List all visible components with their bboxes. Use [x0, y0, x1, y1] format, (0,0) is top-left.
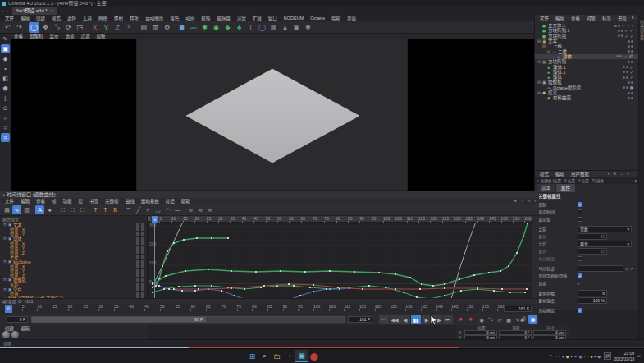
taskbar-clock[interactable]: 23:08 2023/10/18 [614, 351, 634, 362]
timeline-menu-标记[interactable]: 标记 [162, 198, 178, 204]
fcurve-ruler[interactable]: 0510152025303540455055606570758085909510… [148, 216, 532, 223]
menu-NODEUM[interactable]: NODEUM [281, 15, 307, 21]
menu-体积[interactable]: 体积 [111, 15, 126, 21]
notification-icon[interactable]: ▭ [637, 353, 641, 359]
tray-icon[interactable]: ◦ [559, 354, 560, 359]
start-button[interactable]: ⊞ [246, 350, 258, 362]
content-browser-tab[interactable]: 内容浏览器 [639, 20, 644, 40]
next-frame-button[interactable]: ▶ [422, 315, 432, 324]
am-search-icon[interactable]: 🔍 [612, 172, 618, 177]
render-view-icon[interactable]: ▤ [139, 22, 149, 33]
attribute-tab-属性[interactable]: 属性 [556, 184, 575, 192]
menu-动画[interactable]: 动画 [182, 15, 198, 21]
om-menu-书签[interactable]: 书签 [614, 15, 630, 21]
timeline-menu-层[interactable]: 层 [75, 198, 87, 204]
fcurve-canvas[interactable] [149, 223, 532, 298]
quantize-icon[interactable]: ⌗ [1, 123, 10, 132]
timeline-menu-关键帧[interactable]: 关键帧 [102, 198, 122, 204]
tray-icon[interactable]: ◉ [579, 354, 582, 359]
attribute-control-自动捕捉[interactable]: ✓ [578, 308, 582, 313]
timeline-menu-查看[interactable]: 查看 [33, 198, 48, 204]
coord-field[interactable]: 0 cm [533, 330, 566, 335]
last-tool-icon[interactable]: ◳ [75, 22, 85, 33]
attribute-control-之后[interactable]: 重复▾ [578, 241, 632, 247]
object-row[interactable]: ◈布料曲面 [535, 95, 638, 100]
ease-in-icon[interactable]: ◡ [153, 205, 162, 214]
timeline-menu-文件[interactable]: 文件 [2, 198, 17, 204]
om-menu-标签[interactable]: 标签 [599, 15, 614, 21]
coord-field[interactable]: 0 cm [464, 330, 497, 335]
am-menu-用户数据[interactable]: 用户数据 [568, 171, 592, 177]
timeline-scrollbar[interactable] [532, 216, 539, 298]
attribute-breadcrumb[interactable]: ⚿ 关键帧 (位置 . X 位置 . Y 位置 . Z) 球体 ▾ [535, 177, 638, 184]
breadcrumb-dropdown-icon[interactable]: ▾ [634, 178, 637, 183]
menu-界面[interactable]: 界面 [344, 15, 359, 21]
key-position-icon[interactable]: ◉ [477, 315, 486, 324]
grid-snap-icon[interactable]: ⌗ [1, 133, 10, 142]
timeline-menu-功能[interactable]: 功能 [60, 198, 75, 204]
next-key-button[interactable]: ▶▶ [432, 315, 442, 324]
fcurve-area[interactable]: 0510152025303540455055606570758085909510… [148, 216, 532, 298]
tray-icon[interactable]: ▪ [595, 354, 596, 359]
region-icon[interactable]: ≋ [206, 205, 215, 214]
subdivision-icon[interactable]: ✱ [199, 22, 210, 33]
pause-button[interactable]: ▮▮ [411, 315, 421, 324]
live-selection-icon[interactable]: ◯ [29, 22, 39, 33]
menu-文件[interactable]: 文件 [2, 15, 17, 21]
tray-icon[interactable]: ◆ [597, 354, 601, 359]
ease-out-icon[interactable]: ◠ [163, 205, 172, 214]
range-end-field[interactable]: 161 F [348, 316, 372, 323]
new-tab-icon[interactable]: + [60, 7, 63, 14]
tray-icon[interactable]: ▫ [555, 354, 557, 359]
timeline-menu-编辑[interactable]: 编辑 [17, 198, 33, 204]
key-parameter-icon[interactable]: ▦ [505, 315, 513, 324]
key-mod-icon[interactable]: B [111, 205, 120, 214]
texture-mode-icon[interactable]: ◆ [1, 54, 10, 63]
rotate-icon[interactable]: ⟳ [63, 22, 74, 33]
tab-close-icon[interactable]: × [51, 7, 54, 14]
attribute-tab-基本[interactable]: 基本 [537, 184, 555, 192]
tray-icon[interactable]: ◦ [587, 354, 589, 359]
tray-icon[interactable]: ◆ [566, 354, 569, 359]
dope-sheet-icon[interactable]: ▤ [2, 205, 11, 214]
workplane-icon[interactable]: ⌊ [1, 94, 10, 103]
key-rotation-icon[interactable]: ⟳ [496, 315, 504, 324]
autokey-button[interactable]: ⏺ [466, 315, 475, 324]
ripple-icon[interactable]: ≋ [196, 205, 205, 214]
coord-system-icon[interactable]: ⌗ [124, 22, 135, 33]
perspective-viewport[interactable] [136, 39, 408, 191]
om-menu-编辑[interactable]: 编辑 [552, 15, 568, 21]
sound-icon[interactable]: 🔊 [520, 316, 527, 323]
timeline-menu-帧[interactable]: 帧 [48, 198, 60, 204]
attribute-control-颜色[interactable]: ▸ [578, 281, 580, 286]
points-mode-icon[interactable]: • [1, 64, 10, 73]
lock-z-icon[interactable]: Z [112, 22, 123, 33]
solo-icon[interactable]: ● [45, 205, 54, 214]
tl-search-icon[interactable]: 🔍 [513, 199, 518, 204]
polygons-mode-icon[interactable]: ⬟ [1, 84, 10, 93]
interp-step-icon[interactable]: ⌐ [144, 205, 153, 214]
field-icon[interactable]: ◯ [257, 22, 267, 33]
attribute-control-之前[interactable]: 常数▾ [578, 226, 632, 232]
lock-x-icon[interactable]: X [89, 22, 100, 33]
key-scale-icon[interactable]: ⤡ [486, 315, 495, 324]
menu-扩展[interactable]: 扩展 [249, 15, 265, 21]
menu-渲染[interactable]: 渲染 [234, 15, 249, 21]
auto-mode-icon[interactable]: A [35, 205, 44, 214]
am-config-icon[interactable]: ⟳ [625, 172, 631, 177]
attribute-input[interactable] [578, 265, 623, 272]
goto-end-button[interactable]: ⏭ [443, 315, 453, 324]
move-icon[interactable]: ✥ [40, 22, 51, 33]
playhead-marker[interactable]: 0 [152, 216, 158, 223]
menu-选择[interactable]: 选择 [64, 15, 80, 21]
menu-样条[interactable]: 样条 [126, 15, 142, 21]
om-search-icon[interactable]: 🔍 [630, 16, 636, 21]
zero-tangent-icon[interactable]: — [173, 205, 182, 214]
fcurve-mode-icon[interactable]: ∿ [12, 205, 21, 214]
attribute-control-量化步幅[interactable]: 6 [578, 290, 607, 296]
frame-range-icon[interactable]: ⛶ [78, 205, 87, 214]
current-frame-marker[interactable]: 0 [5, 305, 12, 313]
attribute-control-锁定值[interactable] [578, 217, 582, 222]
c4d-taskbar-button[interactable]: ▣ [295, 350, 308, 362]
explorer-button[interactable]: 🗀 [271, 350, 283, 362]
